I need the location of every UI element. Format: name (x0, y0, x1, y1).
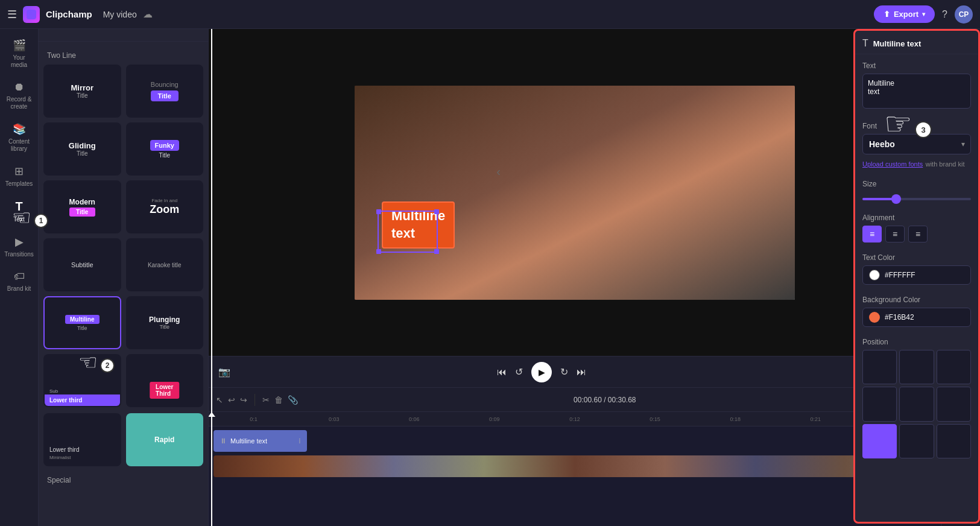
funky-badge: Funky (150, 140, 179, 151)
export-chevron-icon: ▾ (922, 11, 925, 17)
play-pause-button[interactable]: ▶ (531, 362, 552, 382)
cut-button[interactable]: ✂ (262, 395, 270, 405)
ltm-sub: Minimalist (49, 455, 71, 460)
skip-forward-button[interactable]: ⏭ (577, 367, 586, 378)
zoom-main-text: Zoom (150, 203, 179, 216)
sidebar-item-record-create[interactable]: ⏺ Record & create (2, 76, 36, 115)
left-panel-toggle[interactable]: ‹ (496, 165, 501, 179)
video-track-clip[interactable] (213, 455, 936, 477)
timeline-time-display: 00:00.60 / 00:30.68 (303, 396, 907, 404)
align-center-button[interactable]: ≡ (885, 226, 905, 242)
video-text-overlay[interactable]: Multiline text (382, 201, 455, 248)
topbar-left: ☰ Clipchamp My video ☁ (7, 6, 867, 23)
delete-button[interactable]: 🗑 (274, 395, 283, 405)
pos-bot-center[interactable] (899, 424, 934, 458)
bg-color-label: Background Color (862, 296, 971, 304)
export-label: Export (894, 10, 918, 19)
template-card-modern[interactable]: Modern Title (43, 180, 121, 233)
subtitle-text: Subtitle (71, 261, 93, 268)
menu-icon[interactable]: ☰ (7, 8, 17, 21)
multiline-sub-text: Title (65, 325, 100, 331)
ruler-mark: 0:03 (294, 416, 374, 422)
text-color-button[interactable]: #FFFFFF (862, 265, 971, 285)
props-scroll[interactable]: Text Multiline text Font Heebo Arial Rob… (855, 54, 978, 522)
modern-badge: Title (69, 208, 95, 217)
cloud-save-icon: ☁ (143, 8, 153, 20)
align-right-button[interactable]: ≡ (908, 226, 928, 242)
template-card-gliding[interactable]: Gliding Title (43, 122, 121, 176)
text-track-clip[interactable]: ⏸ Multiline text ⁞ (213, 430, 307, 452)
template-card-lower2[interactable]: LowerThird (126, 354, 204, 407)
select-tool-button[interactable]: ↖ (216, 395, 223, 405)
pos-bot-left[interactable] (862, 424, 897, 458)
font-prop-label: Font (862, 122, 971, 130)
undo-button[interactable]: ↩ (228, 395, 235, 405)
bg-color-button[interactable]: #F16B42 (862, 308, 971, 327)
sidebar-item-content-library[interactable]: 📚 Content library (2, 118, 36, 157)
record-icon: ⏺ (14, 81, 25, 93)
size-prop-label: Size (862, 180, 971, 188)
position-prop-label: Position (862, 338, 971, 346)
video-section: Multiline text 16:9 ⛶ › (209, 29, 941, 526)
app-logo (23, 6, 40, 23)
template-card-lowerthird[interactable]: Sub Lower third (43, 354, 121, 407)
font-upload-suffix: with brand kit (926, 160, 965, 168)
section-title-two-line: Two Line (43, 48, 203, 65)
template-card-lt-minimal[interactable]: Lower third Minimalist (43, 413, 121, 466)
pos-mid-left[interactable] (862, 387, 897, 421)
pos-mid-right[interactable] (937, 387, 971, 421)
font-upload-link[interactable]: Upload custom fonts (862, 160, 923, 168)
sidebar-item-transitions[interactable]: ▶ Transitions (2, 230, 36, 263)
template-card-subtitle[interactable]: Subtitle (43, 238, 121, 291)
transitions-icon: ▶ (15, 235, 24, 249)
video-container: Multiline text 16:9 ⛶ › (209, 29, 941, 356)
align-left-button[interactable]: ≡ (862, 226, 882, 242)
avatar[interactable]: CP (955, 5, 973, 24)
text-color-swatch (869, 270, 880, 280)
video-title[interactable]: My video (103, 10, 137, 19)
ruler-mark: 0:06 (374, 416, 454, 422)
nav-sidebar: 🎬 Your media ⏺ Record & create 📚 Content… (0, 29, 39, 526)
alignment-buttons: ≡ ≡ ≡ (862, 226, 971, 242)
skip-back-button[interactable]: ⏮ (497, 367, 507, 378)
text-track-content: ⏸ Multiline text ⁞ (213, 430, 936, 452)
template-card-funky[interactable]: Funky Title (126, 122, 204, 176)
forward-button[interactable]: ↻ (560, 366, 568, 378)
pos-bot-right[interactable] (937, 424, 971, 458)
ruler-mark: 0:12 (534, 416, 615, 422)
lowerthird-bar: Lower third (45, 394, 120, 406)
font-select[interactable]: Heebo Arial Roboto (862, 134, 971, 154)
size-slider[interactable] (862, 198, 971, 200)
text-color-section: Text Color #FFFFFF (862, 253, 971, 285)
pos-top-left[interactable] (862, 350, 897, 384)
bg-color-section: Background Color #F16B42 (862, 296, 971, 327)
sidebar-item-your-media[interactable]: 🎬 Your media (2, 34, 36, 74)
sidebar-item-brand-kit[interactable]: 🏷 Brand kit (2, 265, 36, 297)
template-card-karaoke[interactable]: Karaoke title (126, 238, 204, 291)
help-icon[interactable]: ? (942, 9, 947, 20)
text-input[interactable]: Multiline text (862, 74, 971, 109)
sidebar-item-text[interactable]: T Text (2, 195, 36, 228)
text-color-value: #FFFFFF (885, 271, 915, 279)
template-card-rapid[interactable]: Rapid (126, 413, 204, 466)
rewind-button[interactable]: ↺ (515, 366, 523, 378)
pos-top-right[interactable] (937, 350, 971, 384)
ruler-mark: 0:21 (776, 416, 856, 422)
panel-scroll[interactable]: Two Line Mirror Title ☞ Bouncing Title (39, 42, 208, 526)
template-card-bouncing[interactable]: Bouncing Title (126, 65, 204, 118)
funky-sub: Title (150, 152, 179, 159)
redo-button[interactable]: ↪ (240, 395, 247, 405)
timeline-playhead (211, 426, 212, 526)
template-card-plunging[interactable]: Plunging Title (126, 296, 204, 349)
pos-top-center[interactable] (899, 350, 934, 384)
export-button[interactable]: ⬆ Export ▾ (874, 5, 935, 23)
camera-button[interactable]: 📷 (218, 366, 230, 378)
pos-mid-center[interactable] (899, 387, 934, 421)
size-section: Size (862, 180, 971, 203)
template-card-multiline[interactable]: Multiline Title (43, 296, 121, 349)
add-button[interactable]: 📎 (288, 395, 298, 405)
template-card-mirror[interactable]: Mirror Title ☞ (43, 65, 121, 118)
sidebar-item-templates[interactable]: ⊞ Templates (2, 160, 36, 192)
zoom-fadein-text: Fade In and (150, 198, 179, 203)
template-card-zoom[interactable]: Fade In and Zoom (126, 180, 204, 233)
